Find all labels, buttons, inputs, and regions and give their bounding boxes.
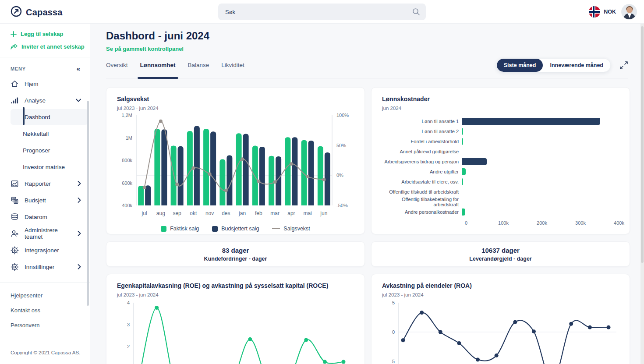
help-center-link[interactable]: Hjelpesenter xyxy=(11,292,90,299)
sidebar-item-administrere-teamet[interactable]: Administrere teamet xyxy=(0,225,90,242)
chevron-right-icon xyxy=(78,198,81,203)
sidebar-item-nokkeltall[interactable]: Nøkkeltall xyxy=(0,125,90,142)
chevron-right-icon xyxy=(78,231,81,236)
sidebar: Legg til selskap Inviter et annet selska… xyxy=(0,24,90,364)
sidebar-item-dashbord[interactable]: Dashbord xyxy=(0,109,90,125)
search-input[interactable] xyxy=(218,4,426,20)
kpi-label: Kundefordringer - dager xyxy=(204,256,267,262)
svg-text:feb: feb xyxy=(255,210,262,216)
svg-text:jan: jan xyxy=(238,210,246,216)
sidebar-item-prognoser[interactable]: Prognoser xyxy=(0,142,90,159)
sidebar-scrollbar[interactable] xyxy=(87,101,89,306)
home-icon xyxy=(11,80,19,88)
salgsvekst-chart: 1,2M1M800k600k400k100%50%0%-50%julaugsep… xyxy=(117,111,354,221)
plus-icon xyxy=(11,31,17,37)
svg-text:-50%: -50% xyxy=(336,203,348,208)
sidebar-item-datarom[interactable]: Datarom xyxy=(0,209,90,225)
roa-chart: 50-5 xyxy=(382,297,619,364)
sidebar-item-integrasjoner[interactable]: Integrasjoner xyxy=(0,242,90,258)
svg-text:4: 4 xyxy=(127,300,130,305)
expand-icon[interactable] xyxy=(619,61,628,70)
roe-roce-card: Egenkapitalavkasning (ROE) og avkastning… xyxy=(106,274,365,364)
svg-text:1,2M: 1,2M xyxy=(122,113,132,118)
toggle-innevarende-maned[interactable]: Inneværende måned xyxy=(543,59,610,72)
svg-text:0: 0 xyxy=(392,329,395,335)
svg-text:sep: sep xyxy=(173,210,181,216)
faktisk-salg-swatch xyxy=(161,226,166,232)
svg-text:okt: okt xyxy=(190,210,197,216)
leverandorgjeld-kpi-card: 10637 dager Leverandørgjeld - dager xyxy=(371,241,630,267)
roe-roce-subtitle: jul 2023 - jun 2024 xyxy=(117,292,354,297)
hbar-row: Fordel i arbeidsforhold xyxy=(382,136,619,146)
hbar-row: Andre personalkostnader xyxy=(382,207,619,217)
sidebar-item-analyse[interactable]: Analyse xyxy=(0,92,90,109)
hbar-row: Arbeidsavtale til eiere, osv. xyxy=(382,177,619,187)
hbar-row: Annet påkrevd godtgjørelse xyxy=(382,146,619,156)
tab-balanse[interactable]: Balanse xyxy=(188,62,209,78)
svg-text:mar: mar xyxy=(270,210,280,216)
sidebar-item-hjem[interactable]: Hjem xyxy=(0,75,90,92)
brand-logo[interactable]: Capassa xyxy=(11,6,63,19)
svg-text:5: 5 xyxy=(392,300,395,305)
salgsvekst-title: Salgsvekst xyxy=(117,95,354,102)
tab-oversikt[interactable]: Oversikt xyxy=(106,62,128,78)
add-company-label: Legg til selskap xyxy=(21,31,64,37)
period-toggle: Siste måned Inneværende måned xyxy=(496,58,611,72)
tab-lonnsomhet[interactable]: Lønnsomhet xyxy=(140,62,176,78)
sidebar-item-budsjett[interactable]: Budsjett xyxy=(0,192,90,209)
add-company-link[interactable]: Legg til selskap xyxy=(11,31,90,37)
old-dashboard-link[interactable]: Se på gammelt kontrollpanel xyxy=(106,46,184,52)
database-icon xyxy=(11,213,19,221)
menu-section-label: MENY xyxy=(11,66,26,71)
svg-text:1M: 1M xyxy=(126,135,132,141)
lonnskostnader-chart: Lønn til ansatte 1Lønn til ansatte 2Ford… xyxy=(382,116,619,228)
collapse-sidebar-icon[interactable]: « xyxy=(77,65,80,72)
gear-icon xyxy=(11,263,19,271)
user-avatar[interactable] xyxy=(621,4,637,20)
svg-text:3: 3 xyxy=(127,322,130,327)
tab-likviditet[interactable]: Likviditet xyxy=(221,62,244,78)
svg-text:0%: 0% xyxy=(336,173,343,178)
hbar-row: Offentlig tilbakebetaling for arbeidskra… xyxy=(382,197,619,207)
toggle-siste-maned[interactable]: Siste måned xyxy=(497,59,543,72)
copyright-text: Copyright © 2021 Capassa AS. xyxy=(11,350,80,355)
bar-chart-icon xyxy=(11,96,19,105)
budget-icon xyxy=(11,196,19,205)
share-icon xyxy=(11,44,18,50)
currency-selector[interactable]: NOK xyxy=(589,6,616,18)
chevron-right-icon xyxy=(78,264,81,269)
roa-title: Avkastning på eiendeler (ROA) xyxy=(382,282,619,289)
contact-link[interactable]: Kontakt oss xyxy=(11,307,90,314)
chevron-down-icon xyxy=(76,99,81,102)
invite-company-link[interactable]: Inviter et annet selskap xyxy=(11,43,90,50)
user-gear-icon xyxy=(11,230,19,238)
hbar-row: Andre utgifter xyxy=(382,166,619,177)
hbar-row: Offentlige tilskudd til arbeidskraft xyxy=(382,187,619,197)
svg-text:apr: apr xyxy=(287,210,295,216)
kpi-value: 10637 dager xyxy=(481,247,520,254)
svg-text:-5: -5 xyxy=(390,359,395,364)
svg-text:2: 2 xyxy=(127,344,130,349)
svg-text:400k: 400k xyxy=(122,203,132,208)
svg-text:100%: 100% xyxy=(336,113,349,118)
norway-flag-icon xyxy=(589,6,600,18)
page-title: Dashbord - juni 2024 xyxy=(106,30,628,42)
sidebar-item-innstillinger[interactable]: Innstillinger xyxy=(0,258,90,275)
gear-down-arrow-icon xyxy=(11,246,19,254)
sidebar-item-investor-matrise[interactable]: Investor matrise xyxy=(0,159,90,175)
capassa-logo-icon xyxy=(11,6,22,19)
hbar-row: Lønn til ansatte 2 xyxy=(382,126,619,136)
page-scrollbar[interactable] xyxy=(640,24,644,364)
search-icon[interactable] xyxy=(412,7,421,18)
main-content: Dashbord - juni 2024 Se på gammelt kontr… xyxy=(90,24,644,364)
svg-text:mai: mai xyxy=(303,210,311,216)
svg-text:jul: jul xyxy=(142,210,147,216)
hbar-row: Lønn til ansatte 1 xyxy=(382,116,619,126)
lonnskostnader-title: Lønnskostnader xyxy=(382,95,619,102)
privacy-link[interactable]: Personvern xyxy=(11,322,90,329)
svg-text:aug: aug xyxy=(156,210,165,216)
roa-subtitle: jul 2023 - jun 2024 xyxy=(382,292,619,297)
svg-text:jun: jun xyxy=(320,210,327,216)
svg-text:800k: 800k xyxy=(122,158,132,163)
sidebar-item-rapporter[interactable]: Rapporter xyxy=(0,175,90,192)
